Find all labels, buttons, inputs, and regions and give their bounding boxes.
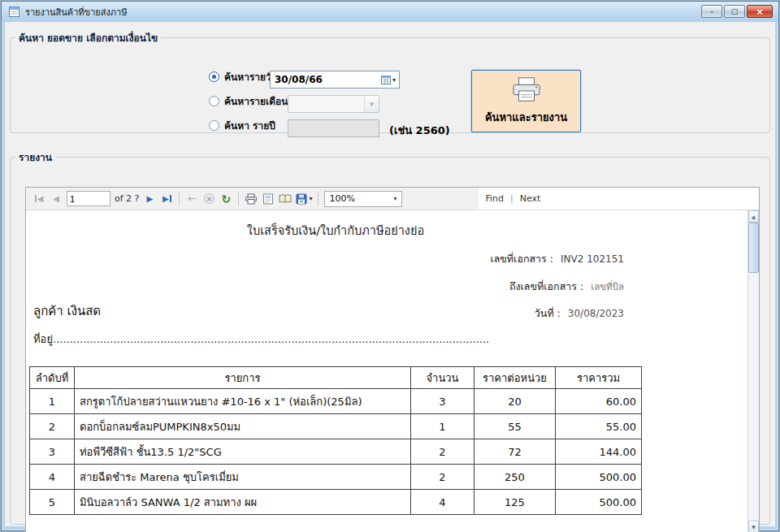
date-picker-value[interactable]: 30/08/66	[271, 74, 378, 85]
cell-qty: 2	[411, 439, 474, 465]
chevron-down-icon: ▾	[388, 195, 401, 202]
scroll-up-button[interactable]: ▲	[748, 210, 759, 223]
radio-daily[interactable]: ค้นหารายวัน	[209, 69, 278, 84]
previous-page-button[interactable]: ◀	[50, 191, 63, 207]
header-no: ลำดับที่	[30, 367, 75, 389]
title-bar[interactable]: รายงานสินค้าที่ขายส่งภาษี – □ ×	[2, 2, 778, 22]
report-viewer: ◀ ◀ of 2 ? ▶ ▶ ←	[25, 187, 760, 532]
year-hint-label: (เช่น 2560)	[389, 122, 450, 139]
cell-total: 144.00	[556, 439, 642, 465]
table-row: 5 มินิบอลวาล์ว SANWA 1/2 สามทาง ผผ 4 125…	[30, 490, 642, 515]
search-group-title: ค้นหา ยอดขาย เลือกตามเงื่อนไข	[15, 30, 161, 45]
chevron-down-icon: ▾	[309, 195, 312, 202]
toolbar-separator	[179, 192, 180, 206]
to-doc-number-label: ถึงเลขที่เอกสาร :	[509, 279, 583, 295]
find-button[interactable]: Find	[485, 193, 504, 204]
search-report-button-label: ค้นหาและรายงาน	[485, 109, 567, 126]
radio-yearly-circle[interactable]	[209, 120, 219, 131]
report-page: ใบเสร็จรับเงิน/ใบกำกับภาษีอย่างย่อ เลขที…	[26, 210, 748, 532]
printer-icon	[509, 76, 544, 105]
document-title: ใบเสร็จรับเงิน/ใบกำกับภาษีอย่างย่อ	[26, 221, 645, 240]
page-setup-button[interactable]	[279, 191, 292, 207]
cell-unit-price: 55	[474, 414, 556, 439]
doc-date-label: วันที่ :	[535, 305, 561, 322]
to-doc-number-line: ถึงเลขที่เอกสาร : เลขที่บิล	[509, 279, 624, 295]
header-unit-price: ราคาต่อหน่วย	[474, 367, 556, 389]
previous-page-icon: ◀	[53, 194, 59, 203]
maximize-icon: □	[731, 7, 739, 15]
cell-qty: 3	[411, 389, 474, 414]
scrollbar-thumb[interactable]	[748, 223, 759, 273]
cell-no: 2	[30, 414, 75, 439]
zoom-value: 100%	[325, 193, 388, 204]
refresh-icon: ↻	[222, 192, 232, 205]
doc-date-line: วันที่ : 30/08/2023	[535, 305, 624, 322]
chevron-down-icon[interactable]: ▾	[364, 96, 379, 112]
table-header-row: ลำดับที่ รายการ จำนวน ราคาต่อหน่วย ราคาร…	[30, 367, 642, 389]
first-page-button[interactable]: ◀	[32, 191, 46, 207]
cell-unit-price: 72	[474, 439, 556, 465]
radio-yearly[interactable]: ค้นหา รายปี	[209, 118, 275, 133]
table-row: 1 สกรูตาโก้ปลายสว่านแหวนยาง #10-16 x 1" …	[30, 389, 642, 414]
customer-line: ลูกค้า เงินสด	[33, 301, 101, 321]
last-page-icon	[170, 195, 171, 202]
find-next-button[interactable]: Next	[520, 193, 541, 204]
cell-item: มินิบอลวาล์ว SANWA 1/2 สามทาง ผผ	[75, 490, 411, 515]
close-button[interactable]: ×	[747, 5, 773, 18]
doc-number-value: INV2 102151	[561, 253, 624, 265]
export-button[interactable]: ▾	[296, 191, 312, 207]
window-title: รายงานสินค้าที่ขายส่งภาษี	[25, 5, 128, 19]
cell-total: 500.00	[556, 465, 642, 490]
back-to-parent-button[interactable]: ←	[185, 191, 198, 207]
print-button[interactable]	[245, 191, 258, 207]
table-row: 2 ดอกบ็อกลมซ์ลมPUMPKIN8x50มม 1 55 55.00	[30, 414, 642, 439]
next-page-icon: ▶	[147, 194, 154, 203]
maximize-button[interactable]: □	[724, 5, 745, 18]
search-report-button[interactable]: ค้นหาและรายงาน	[471, 70, 581, 132]
date-picker-dropdown-button[interactable]: ▾	[378, 71, 399, 88]
close-icon: ×	[756, 6, 763, 17]
radio-monthly-circle[interactable]	[209, 96, 219, 106]
radio-monthly[interactable]: ค้นหารายเดือน	[209, 93, 288, 109]
date-picker[interactable]: 30/08/66 ▾	[270, 71, 400, 89]
cell-qty: 4	[411, 490, 474, 515]
radio-daily-circle[interactable]	[209, 71, 219, 82]
calendar-icon	[381, 75, 391, 84]
year-input[interactable]	[288, 119, 379, 137]
address-line: ที่อยู่.................................…	[33, 331, 488, 348]
export-save-icon	[296, 193, 307, 205]
print-layout-button[interactable]	[262, 191, 275, 207]
next-page-button[interactable]: ▶	[143, 191, 156, 207]
cell-qty: 1	[411, 414, 474, 439]
last-page-button[interactable]: ▶	[160, 191, 173, 207]
cell-qty: 2	[411, 465, 474, 490]
scroll-down-button[interactable]: ▼	[748, 521, 759, 532]
find-region: Find | Next	[479, 188, 759, 210]
scroll-up-icon: ▲	[752, 214, 756, 219]
scrollbar-track[interactable]	[748, 223, 759, 521]
report-group: รายงาน ◀ ◀ of 2 ? ▶ ▶	[10, 149, 770, 525]
report-toolbar: ◀ ◀ of 2 ? ▶ ▶ ←	[26, 188, 759, 210]
refresh-button[interactable]: ↻	[219, 191, 232, 207]
vertical-scrollbar[interactable]: ▲ ▼	[748, 210, 759, 532]
cell-no: 3	[30, 439, 75, 465]
cell-unit-price: 125	[474, 490, 556, 515]
page-setup-book-icon	[279, 193, 292, 204]
cell-unit-price: 20	[474, 389, 556, 414]
cell-item: สกรูตาโก้ปลายสว่านแหวนยาง #10-16 x 1" (ห…	[75, 389, 411, 414]
cell-total: 500.00	[556, 490, 642, 515]
doc-number-line: เลขที่เอกสาร : INV2 102151	[490, 251, 624, 267]
page-total-label: of 2 ?	[115, 193, 139, 204]
app-window: รายงานสินค้าที่ขายส่งภาษี – □ × ค้นหา ยอ…	[1, 1, 779, 531]
zoom-select[interactable]: 100% ▾	[324, 191, 402, 207]
stop-icon: ×	[204, 193, 214, 204]
month-select[interactable]: ▾	[288, 95, 379, 113]
first-page-icon	[35, 195, 37, 202]
toolbar-separator	[238, 192, 239, 206]
minimize-button[interactable]: –	[701, 5, 722, 18]
page-number-input[interactable]	[67, 191, 110, 206]
stop-rendering-button[interactable]: ×	[202, 191, 215, 207]
report-group-title: รายงาน	[15, 149, 55, 165]
radio-yearly-label: ค้นหา รายปี	[224, 118, 275, 133]
cell-total: 55.00	[556, 414, 642, 439]
